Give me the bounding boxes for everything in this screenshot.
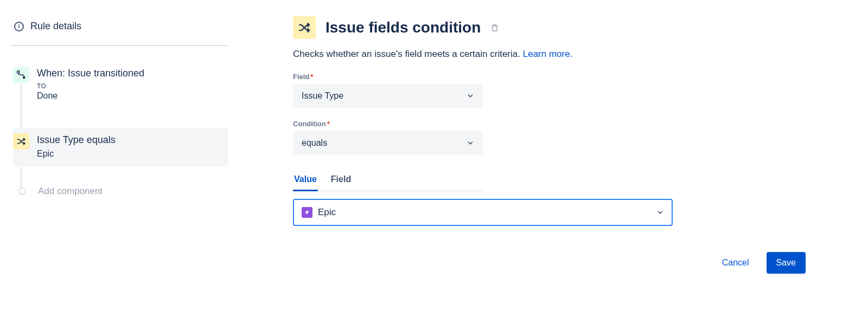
trash-icon	[490, 23, 499, 33]
chevron-down-icon	[656, 209, 664, 216]
trigger-flow-icon	[13, 67, 29, 83]
condition-title: Issue Type equals	[37, 134, 221, 146]
add-circle-icon	[18, 187, 26, 195]
trigger-to-label: TO	[37, 82, 221, 90]
trigger-to-value: Done	[37, 91, 221, 101]
value-select-text: Epic	[318, 207, 336, 218]
rule-timeline: When: Issue transitioned TO Done Issue T…	[11, 61, 228, 197]
condition-detail: Epic	[37, 149, 221, 159]
field-select[interactable]: Issue Type	[293, 84, 483, 108]
learn-more-link[interactable]: Learn more.	[523, 49, 573, 59]
condition-step[interactable]: Issue Type equals Epic	[13, 128, 228, 166]
required-asterisk: *	[310, 73, 313, 81]
condition-select[interactable]: equals	[293, 131, 483, 155]
value-field-tabs: Value Field	[293, 171, 483, 191]
required-asterisk: *	[327, 120, 330, 128]
panel-shuffle-icon	[293, 16, 316, 39]
epic-icon	[302, 207, 312, 218]
condition-label: Condition*	[293, 120, 825, 128]
info-icon: i	[14, 22, 24, 31]
rule-details-title: Rule details	[30, 21, 81, 32]
add-component[interactable]: Add component	[13, 186, 228, 197]
flow-path-icon	[16, 70, 26, 80]
condition-shuffle-icon	[13, 133, 29, 150]
svg-point-1	[23, 76, 25, 79]
save-button[interactable]: Save	[767, 252, 806, 274]
bolt-icon	[304, 209, 310, 216]
tab-field[interactable]: Field	[330, 171, 352, 191]
shuffle-icon	[16, 137, 26, 146]
trigger-step[interactable]: When: Issue transitioned TO Done	[13, 61, 228, 108]
trigger-title: When: Issue transitioned	[37, 68, 221, 79]
cancel-button[interactable]: Cancel	[712, 252, 759, 274]
footer-actions: Cancel Save	[293, 252, 806, 274]
panel-description: Checks whether an issue's field meets a …	[293, 49, 825, 60]
tab-value[interactable]: Value	[293, 171, 318, 191]
add-component-label: Add component	[38, 186, 103, 197]
rule-details-header[interactable]: i Rule details	[11, 16, 228, 46]
chevron-down-icon	[467, 139, 474, 147]
value-select[interactable]: Epic	[293, 199, 673, 226]
chevron-down-icon	[467, 92, 474, 100]
svg-point-0	[17, 71, 20, 74]
shuffle-icon	[298, 21, 311, 34]
field-select-value: Issue Type	[302, 91, 343, 101]
field-label: Field*	[293, 73, 825, 81]
condition-config-panel: Issue fields condition Checks whether an…	[293, 16, 825, 274]
rule-sidebar: i Rule details When: Issue transitioned …	[11, 16, 228, 274]
delete-icon[interactable]	[490, 23, 499, 33]
condition-select-value: equals	[302, 138, 327, 148]
panel-title: Issue fields condition	[326, 19, 481, 36]
